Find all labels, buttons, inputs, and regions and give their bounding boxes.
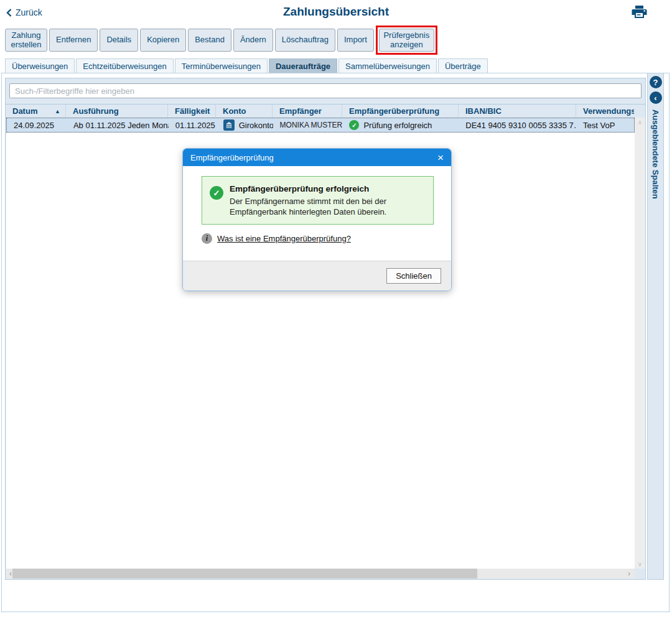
- copy-button[interactable]: Kopieren: [140, 29, 186, 52]
- table-row[interactable]: 24.09.2025 Ab 01.11.2025 Jeden Monat 01.…: [6, 118, 635, 133]
- scroll-down-icon[interactable]: ∨: [635, 561, 645, 567]
- info-link-row: i Was ist eine Empfängerüberprüfung?: [202, 233, 351, 244]
- cell-konto: Girokonto: [217, 118, 273, 132]
- column-header-empfaengerueberpruefung[interactable]: Empfängerüberprüfung: [342, 105, 459, 118]
- success-title: Empfängerüberprüfung erfolgreich: [230, 184, 426, 193]
- cell-iban-bic: DE41 9405 9310 0055 3335 7…: [459, 118, 576, 132]
- help-icon: ?: [653, 78, 658, 87]
- what-is-vop-link[interactable]: Was ist eine Empfängerüberprüfung?: [217, 234, 351, 243]
- zahlungsuebersicht-page: Zurück Zahlungsübersicht Zahlung erstell…: [0, 0, 672, 619]
- hidden-columns-strip: ? ‹ Ausgeblendete Spalten: [647, 73, 664, 580]
- cell-faelligkeit: 01.11.2025: [169, 118, 217, 132]
- vertical-scrollbar[interactable]: ∧ ∨: [635, 118, 645, 569]
- create-payment-button[interactable]: Zahlung erstellen: [5, 29, 47, 52]
- dialog-footer: Schließen: [183, 261, 451, 291]
- hidden-columns-label: Ausgeblendete Spalten: [651, 109, 660, 199]
- tab-sammelueberweisungen[interactable]: Sammelüberweisungen: [338, 58, 437, 73]
- horizontal-scrollbar[interactable]: ‹ ›: [6, 569, 635, 579]
- cell-empfaengerueberpruefung: ✓ Prüfung erfolgreich: [342, 118, 459, 132]
- sort-ascending-icon: ▲: [55, 108, 60, 114]
- success-check-icon: ✓: [210, 186, 223, 200]
- tab-dauerauftraege[interactable]: Daueraufträge: [269, 58, 337, 73]
- annotation-highlight-box: Prüfergebnis anzeigen: [376, 26, 437, 55]
- printer-icon: [632, 5, 647, 19]
- close-dialog-button[interactable]: Schließen: [386, 268, 441, 284]
- column-header-iban-bic[interactable]: IBAN/BIC: [459, 105, 576, 118]
- expand-hidden-columns-button[interactable]: ‹: [650, 91, 662, 104]
- change-button[interactable]: Ändern: [233, 29, 273, 52]
- scroll-right-icon[interactable]: ›: [625, 569, 633, 578]
- delete-order-button[interactable]: Löschauftrag: [275, 29, 335, 52]
- chevron-left-circle-icon: ‹: [654, 93, 656, 103]
- bestand-button[interactable]: Bestand: [188, 29, 231, 52]
- dialog-title: Empfängerüberprüfung: [190, 153, 274, 162]
- column-header-empfaenger[interactable]: Empfänger: [273, 105, 342, 118]
- success-message-box: ✓ Empfängerüberprüfung erfolgreich Der E…: [202, 176, 434, 225]
- table-header: Datum ▲ Ausführung Fälligkeit Konto Empf…: [6, 104, 645, 118]
- print-button[interactable]: [632, 5, 647, 22]
- help-button[interactable]: ?: [650, 76, 662, 88]
- toolbar: Zahlung erstellen Entfernen Details Kopi…: [5, 29, 437, 55]
- import-button[interactable]: Import: [337, 29, 374, 52]
- success-text: Der Empfängername stimmt mit den bei der…: [230, 197, 426, 218]
- column-header-faelligkeit[interactable]: Fälligkeit: [168, 105, 216, 118]
- dialog-close-icon[interactable]: ×: [437, 152, 444, 163]
- info-icon: i: [202, 233, 212, 244]
- column-header-verwendungszweck[interactable]: Verwendungszweck: [576, 105, 634, 118]
- cell-datum: 24.09.2025: [7, 118, 67, 132]
- cell-ausfuehrung: Ab 01.11.2025 Jeden Monat: [67, 118, 169, 132]
- bank-icon: [223, 119, 235, 131]
- show-check-result-button[interactable]: Prüfergebnis anzeigen: [379, 29, 434, 52]
- tab-ueberweisungen[interactable]: Überweisungen: [5, 58, 75, 73]
- column-header-ausfuehrung[interactable]: Ausführung: [66, 105, 168, 118]
- tab-echtzeitueberweisungen[interactable]: Echtzeitüberweisungen: [76, 58, 173, 73]
- column-header-konto[interactable]: Konto: [216, 105, 273, 118]
- dialog-titlebar[interactable]: Empfängerüberprüfung ×: [183, 149, 451, 166]
- cell-verwendungszweck: Test VoP: [576, 118, 634, 132]
- column-header-datum[interactable]: Datum ▲: [6, 105, 66, 118]
- payment-type-tabs: Überweisungen Echtzeitüberweisungen Term…: [5, 58, 488, 73]
- tab-terminueberweisungen[interactable]: Terminüberweisungen: [175, 58, 268, 73]
- details-button[interactable]: Details: [100, 29, 138, 52]
- check-success-icon: ✓: [349, 120, 359, 130]
- horizontal-scrollbar-thumb[interactable]: [12, 569, 477, 579]
- scroll-up-icon[interactable]: ∧: [635, 119, 645, 126]
- tab-uebertraege[interactable]: Überträge: [438, 58, 488, 73]
- empfaengerueberpruefung-dialog: Empfängerüberprüfung × ✓ Empfängerüberpr…: [182, 148, 452, 291]
- search-input[interactable]: [9, 83, 642, 98]
- cell-empfaenger: MONIKA MUSTER: [273, 118, 343, 132]
- page-title: Zahlungsübersicht: [0, 5, 672, 19]
- remove-button[interactable]: Entfernen: [49, 29, 98, 52]
